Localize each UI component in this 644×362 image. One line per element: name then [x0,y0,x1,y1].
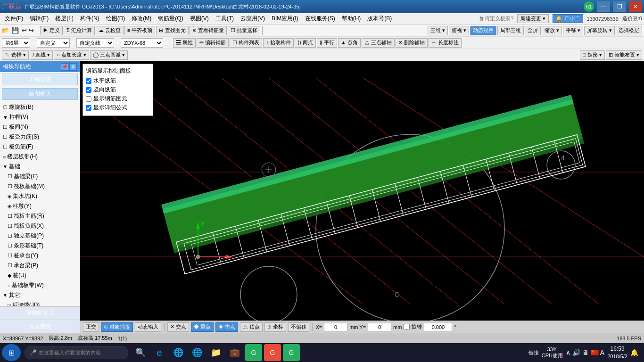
task-icon-g3[interactable]: G [283,344,300,361]
x-coord-input[interactable] [324,323,347,331]
rotate-input[interactable] [424,323,452,331]
tree-item-slab-neg[interactable]: ☐ 板负筋(F) [1,142,79,152]
parallel-btn[interactable]: ∦ 平行 [317,38,337,48]
canvas-area[interactable]: 钢筋显示控制面板 水平纵筋 竖向纵筋 显示钢筋图元 [80,61,644,321]
new-change-btn[interactable]: 新建变更 ▾ [517,14,549,23]
task-icon-edge[interactable]: e [151,344,168,361]
endpoint-btn[interactable]: ◆ 重点 [191,322,214,332]
pickup-component-btn[interactable]: ↑ 抬取构件 [263,38,294,48]
menu-tools[interactable]: 工具(T) [213,14,237,24]
nav-close-btn[interactable]: ✕ [69,63,77,71]
align-top-btn[interactable]: ≡ 平齐板顶 [124,26,155,35]
menu-modify[interactable]: 修改(M) [129,14,154,24]
cb-show-element[interactable] [86,96,91,102]
point-length-btn[interactable]: ○ 点加长度 ▾ [54,50,89,60]
cb-show-formula[interactable] [86,105,91,111]
tree-item-floor-band[interactable]: ≡ 楼层板带(H) [1,152,79,162]
menu-cloud[interactable]: 云应用(V) [238,14,268,24]
menu-online[interactable]: 在线服务(S) [302,14,338,24]
top-view-btn[interactable]: 俯视 ▾ [449,26,469,35]
task-icon-ie[interactable]: 🌐 [170,344,187,361]
task-icon-g1[interactable]: G [245,344,262,361]
tree-item-slab-rebar[interactable]: ☐ 板受力筋(S) [1,132,79,142]
orthogonal-btn[interactable]: 正交 [83,322,99,332]
cb-vertical[interactable] [86,87,91,93]
search-bar[interactable]: 🎤 在这里输入你要搜索的内容 [25,346,128,359]
tree-item-between-slab[interactable]: ☐ 板间(N) [1,122,79,132]
win-minimize[interactable]: — [597,1,610,12]
dynamic-input-btn[interactable]: 动态输入 [135,322,161,332]
win-close[interactable]: ✕ [629,1,642,12]
fullscreen-btn[interactable]: 全屏 [525,26,541,35]
menu-draw[interactable]: 绘图(D) [103,14,128,24]
screen-rotate-btn[interactable]: 屏幕旋转 ▾ [584,26,615,35]
length-mark-btn[interactable]: ↔ 长度标注 [429,38,462,48]
intersection-btn[interactable]: ✕ 交点 [167,322,189,332]
task-icon-explorer[interactable]: 📁 [207,344,224,361]
task-icon-g2[interactable]: G [264,344,281,361]
component-list-btn[interactable]: ☐ 构件列表 [230,38,262,48]
nav-pin-btn[interactable]: 📌 [61,63,68,71]
tree-item-spiral-slab[interactable]: ⬡ 螺旋板(B) [1,102,79,112]
def-type-select[interactable]: 自定义 [37,38,70,48]
task-icon-cortana[interactable]: 🔍 [132,344,149,361]
notifications-icon[interactable]: 🔔 [630,349,638,356]
menu-help[interactable]: 帮助(H) [339,14,364,24]
single-component-btn[interactable]: 单构件输入 [0,306,80,320]
select-btn[interactable]: ↖ 选择 ▾ [2,50,29,60]
tree-item-isolated-foundation[interactable]: ☐ 独立基础(P) [6,231,79,241]
tree-item-pile-cap[interactable]: ☐ 桩承台(Y) [6,251,79,261]
vertex-btn[interactable]: △ 顶点 [240,322,263,332]
tree-item-foundation-beam[interactable]: ☐ 基础梁(F) [6,172,79,181]
code-select[interactable]: ZDYX-68 [121,38,163,48]
menu-bim[interactable]: BIM应用(I) [269,14,301,24]
batch-select-btn[interactable]: ☐ 批量选择 [228,26,260,35]
properties-btn[interactable]: ☰ 属性 [173,38,196,48]
report-btn[interactable]: 报表视览 [0,320,80,333]
tree-item-cap-beam[interactable]: ☐ 承台梁(P) [6,261,79,271]
guangxiao-btn[interactable]: 🔔 广小二 [553,14,583,23]
menu-floor[interactable]: 楼层(L) [52,14,76,24]
menu-view[interactable]: 视图(V) [187,14,212,24]
tree-item-foundation-band[interactable]: ≡ 基础板带(W) [6,280,79,290]
tree-item-pile[interactable]: ◆ 桩(U) [6,271,79,280]
project-settings-btn[interactable]: 工程设置 [2,74,78,85]
menu-file[interactable]: 文件(F) [2,14,26,24]
drawing-canvas[interactable]: Y 4 0 [80,61,644,321]
calc-btn[interactable]: Σ 汇总计算 [64,26,95,35]
point-angle-btn[interactable]: ▲ 点角 [338,38,361,48]
dynamic-observe-btn[interactable]: 动态观察 [470,26,496,35]
task-icon-edge2[interactable]: 🌐 [189,344,206,361]
task-icon-glodon[interactable]: 💼 [226,344,243,361]
tree-item-column-cap[interactable]: ▼ 柱帽(V) [1,112,79,122]
tree-item-raft[interactable]: ☐ 筏板基础(M) [6,181,79,191]
cb-horizontal[interactable] [86,78,91,84]
three-point-aux-btn[interactable]: △ 三点辅轴 [362,38,395,48]
3d-btn[interactable]: 三维 ▾ [428,26,448,35]
win-restore[interactable]: ❐ [613,1,626,12]
coord-btn[interactable]: ⊕ 坐标 [264,322,286,332]
menu-component[interactable]: 构件(N) [77,14,102,24]
line-btn[interactable]: / 直线 ▾ [30,50,53,60]
cloud-check-btn[interactable]: ☁ 云检查 [96,26,124,35]
arc-btn[interactable]: ◯ 三点画弧 ▾ [90,50,128,60]
tree-item-post-pour[interactable]: □ 后浇带(JD) [6,300,79,306]
two-points-btn[interactable]: ⟨⟩ 两点 [295,38,316,48]
tree-item-column-base[interactable]: ◈ 柱墩(Y) [6,201,79,211]
drawing-input-btn[interactable]: 绘图输入 [2,88,78,100]
menu-rebar[interactable]: 钢筋量(Q) [155,14,186,24]
layer-select[interactable]: 第6层 [2,38,30,48]
find-element-btn[interactable]: ⊞ 查找图元 [156,26,188,35]
def-line-select[interactable]: 自定义线 [76,38,114,48]
midpoint-btn[interactable]: ◈ 中点 [215,322,238,332]
pan-btn[interactable]: 平移 ▾ [563,26,583,35]
define-btn[interactable]: ▶ 定义 [40,26,63,35]
select-floor-btn[interactable]: 选择楼层 [616,26,642,35]
edit-rebar-btn[interactable]: ✏ 编辑钢筋 [197,38,229,48]
rect-btn[interactable]: □ 矩形 ▾ [580,50,605,60]
y-coord-input[interactable] [368,323,391,331]
no-offset-btn[interactable]: 不偏移 [288,322,309,332]
start-button[interactable]: ⊞ [2,344,21,361]
menu-edit[interactable]: 编辑(E) [27,14,51,24]
menu-version[interactable]: 版本号(B) [364,14,395,24]
